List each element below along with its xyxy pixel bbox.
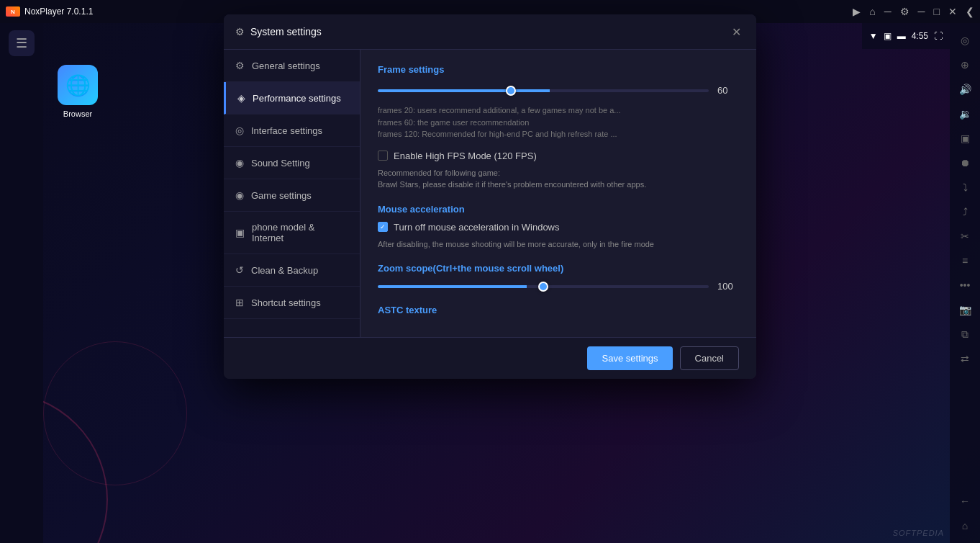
nav-sound-label: Sound Setting (251, 158, 310, 169)
frame-hint-0: frames 20: users recommend additional, a… (378, 106, 621, 115)
astc-title: ASTC texture (378, 305, 739, 315)
nav-phone-label: phone model & Internet (252, 222, 348, 243)
system-settings-dialog: ⚙ System settings ✕ ⚙ General settings ◈… (224, 14, 756, 379)
dialog-body: ⚙ General settings ◈ Performance setting… (224, 50, 756, 337)
nav-game-icon: ◉ (235, 189, 244, 201)
nav-interface[interactable]: ◎ Interface settings (224, 115, 360, 147)
nav-phone[interactable]: ▣ phone model & Internet (224, 212, 360, 254)
zoom-slider-row: 100 (378, 281, 739, 292)
nav-clean-icon: ↺ (235, 264, 244, 276)
dialog-header: ⚙ System settings ✕ (224, 14, 756, 50)
nav-game-label: Game settings (251, 190, 312, 201)
frame-value: 60 (717, 85, 739, 96)
nav-shortcut[interactable]: ⊞ Shortcut settings (224, 287, 360, 319)
cancel-button[interactable]: Cancel (680, 346, 739, 370)
dialog-footer: Save settings Cancel (224, 337, 756, 379)
nav-sound[interactable]: ◉ Sound Setting (224, 147, 360, 179)
mouse-accel-label: Turn off mouse acceleration in Windows (394, 222, 560, 233)
zoom-slider[interactable] (378, 285, 709, 288)
dialog-overlay: ⚙ System settings ✕ ⚙ General settings ◈… (0, 0, 980, 543)
nav-game[interactable]: ◉ Game settings (224, 179, 360, 212)
nav-shortcut-label: Shortcut settings (251, 297, 321, 308)
mouse-accel-checkbox[interactable]: ✓ (378, 222, 388, 232)
nav-general-label: General settings (252, 60, 320, 71)
nav-shortcut-icon: ⊞ (235, 297, 244, 308)
nav-general-icon: ⚙ (235, 60, 245, 71)
frame-settings-title: Frame settings (378, 64, 739, 75)
mouse-accel-row: ✓ Turn off mouse acceleration in Windows (378, 222, 739, 233)
high-fps-hint-title: Recommended for following game: (378, 169, 500, 177)
dialog-close-button[interactable]: ✕ (727, 23, 745, 40)
high-fps-label: Enable High FPS Mode (120 FPS) (394, 151, 537, 161)
mouse-accel-title: Mouse acceleration (378, 204, 739, 215)
dialog-content: Frame settings 60 frames 20: users recom… (360, 50, 756, 337)
mouse-accel-hint: After disabling, the mouse shooting will… (378, 238, 739, 251)
nav-sound-icon: ◉ (235, 157, 244, 169)
zoom-value: 100 (717, 281, 739, 292)
settings-gear-icon: ⚙ (235, 26, 245, 37)
save-settings-button[interactable]: Save settings (587, 346, 672, 370)
nav-clean-label: Clean & Backup (251, 265, 318, 276)
frame-hint-2: frames 120: Recommended for high-end PC … (378, 130, 617, 138)
frame-hints: frames 20: users recommend additional, a… (378, 104, 739, 140)
nav-interface-label: Interface settings (251, 125, 322, 136)
dialog-title: System settings (250, 26, 322, 37)
nav-general[interactable]: ⚙ General settings (224, 50, 360, 82)
dialog-title-row: ⚙ System settings (235, 26, 322, 37)
frame-slider[interactable] (378, 89, 709, 92)
zoom-title: Zoom scope(Ctrl+the mouse scroll wheel) (378, 263, 739, 274)
frame-hint-1: frames 60: the game user recommendation (378, 118, 529, 127)
high-fps-checkbox[interactable] (378, 151, 388, 161)
high-fps-row: Enable High FPS Mode (120 FPS) (378, 151, 739, 161)
frame-slider-row: 60 (378, 85, 739, 96)
nav-phone-icon: ▣ (235, 227, 245, 238)
nav-interface-icon: ◎ (235, 125, 244, 136)
nav-performance-label: Performance settings (253, 93, 341, 104)
nav-performance[interactable]: ◈ Performance settings (224, 82, 360, 115)
nav-performance-icon: ◈ (237, 92, 245, 104)
high-fps-hint: Recommended for following game: Brawl St… (378, 167, 739, 191)
nav-clean[interactable]: ↺ Clean & Backup (224, 254, 360, 287)
high-fps-hint-body: Brawl Stars, please disable it if there'… (378, 180, 646, 189)
dialog-nav: ⚙ General settings ◈ Performance setting… (224, 50, 360, 337)
